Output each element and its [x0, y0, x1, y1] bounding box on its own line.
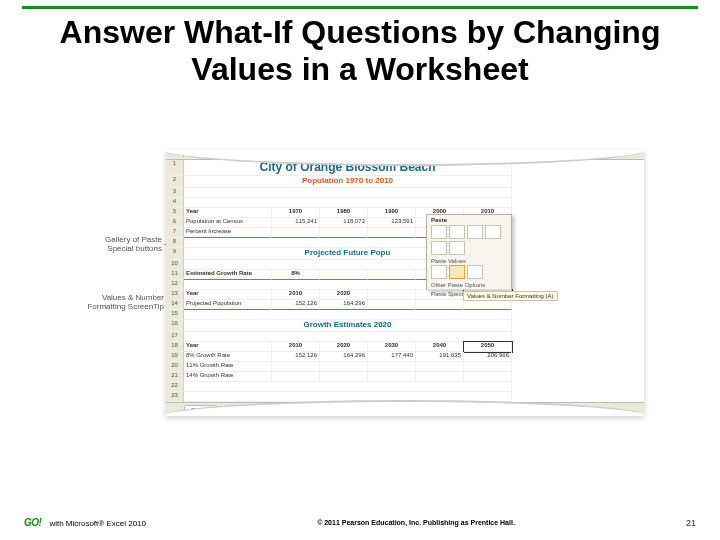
paste-other-label: Other Paste Options [427, 281, 511, 289]
paste-option-icon[interactable] [449, 241, 465, 255]
row-year-projected: 13 Year 2010 2020 2050 [166, 290, 644, 300]
paste-values-number-formatting-icon[interactable] [449, 265, 465, 279]
paste-header: Paste [427, 215, 511, 225]
row-year-historical: 5 Year 1970 1980 1990 2000 2010 [166, 208, 644, 218]
section-growth: Growth Estimates 2020 [184, 320, 512, 332]
paste-option-icon[interactable] [467, 225, 483, 239]
row-growth-rate: 11 Estimated Growth Rate 8% [166, 270, 644, 280]
paste-options-gallery[interactable]: Paste Paste Values Other Paste Options P… [426, 214, 512, 290]
paste-screentip: Values & Number Formatting (A) [463, 291, 558, 301]
slide-title: Answer What-If Questions by Changing Val… [0, 0, 720, 90]
row-percent-increase: 7 Percent Increase 14% [166, 228, 644, 238]
paste-option-icon[interactable] [431, 225, 447, 239]
row-projected-population: 14 Projected Population 152,126 164,296 [166, 300, 644, 310]
row-11pct: 20 11% Growth Rate [166, 362, 644, 372]
paste-option-icon[interactable] [431, 241, 447, 255]
row-year-estimates: 18 Year 2010 2020 2030 2040 2050 [166, 342, 644, 352]
row-8pct: 19 8% Growth Rate 152,126 164,296 177,44… [166, 352, 644, 362]
callout-paste-gallery: Gallery of Paste Special buttons [84, 236, 162, 254]
paste-values-icon[interactable] [467, 265, 483, 279]
footer-product: with Microsoft® Excel 2010 [49, 519, 146, 528]
page-number: 21 [686, 518, 696, 528]
paste-values-label: Paste Values [427, 257, 511, 265]
footer-copyright: © 2011 Pearson Education, Inc. Publishin… [146, 519, 686, 526]
callout-screentip: Values & Number Formatting ScreenTip [68, 294, 164, 312]
paste-values-icon[interactable] [431, 265, 447, 279]
go-logo: GO! [24, 517, 41, 528]
workbook-subtitle: Population 1970 to 2010 [184, 176, 512, 188]
row-14pct: 21 14% Growth Rate [166, 372, 644, 382]
slide-footer: GO! with Microsoft® Excel 2010 © 2011 Pe… [0, 517, 720, 528]
paste-option-icon[interactable] [485, 225, 501, 239]
excel-screenshot: A B C D E F 1 City of Orange Blossom Bea… [166, 150, 644, 416]
row-population: 6 Population at Census 115,241 118,072 1… [166, 218, 644, 228]
paste-option-icon[interactable] [449, 225, 465, 239]
